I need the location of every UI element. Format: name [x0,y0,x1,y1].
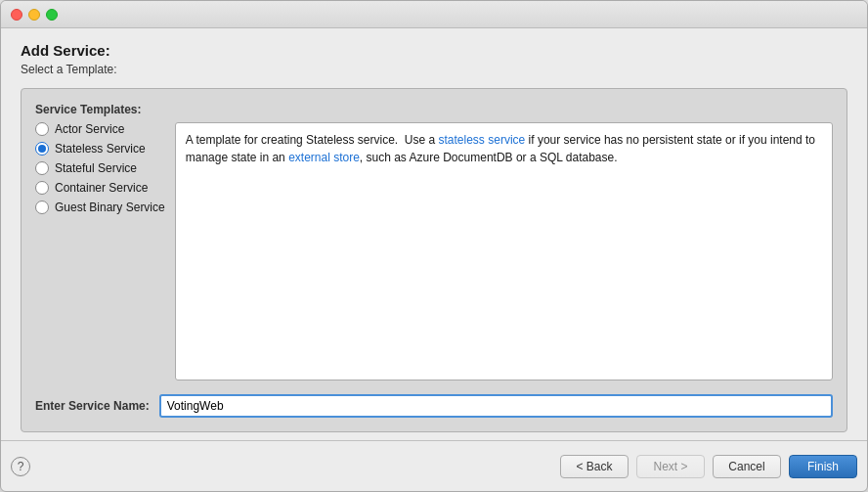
cancel-button-label: Cancel [728,460,764,473]
description-link-external: external store [288,151,360,164]
radio-stateful-label: Stateful Service [55,161,137,175]
footer-left: ? [11,457,30,476]
close-button[interactable] [11,9,22,21]
footer: ? < Back Next > Cancel Finish [1,440,867,491]
service-option-stateless[interactable]: Stateless Service [35,142,165,156]
back-button[interactable]: < Back [560,455,629,478]
service-name-row: Enter Service Name: [35,394,833,418]
page-subtitle: Select a Template: [21,63,847,76]
templates-section: Service Templates: Actor Service Statele… [35,103,833,380]
radio-guest-binary-label: Guest Binary Service [55,201,165,214]
back-button-label: < Back [576,460,612,473]
main-content: Add Service: Select a Template: Service … [1,28,867,432]
description-box: A template for creating Stateless servic… [175,122,833,380]
service-list: Actor Service Stateless Service Stateful… [35,122,175,380]
description-link-stateless: stateless service [439,133,526,147]
radio-container[interactable] [35,181,49,195]
next-button[interactable]: Next > [636,455,705,478]
window: Add Service: Select a Template: Service … [0,0,868,492]
service-option-container[interactable]: Container Service [35,181,165,195]
radio-stateful[interactable] [35,161,49,175]
service-option-stateful[interactable]: Stateful Service [35,161,165,175]
radio-actor[interactable] [35,122,49,136]
titlebar [1,1,867,28]
panel-label: Service Templates: [35,103,833,116]
radio-stateless-label: Stateless Service [55,142,146,156]
radio-stateless[interactable] [35,142,49,156]
next-button-label: Next > [653,460,687,473]
service-name-input[interactable] [159,394,833,418]
templates-row: Actor Service Stateless Service Stateful… [35,122,833,380]
page-title: Add Service: [21,42,847,59]
finish-button-label: Finish [807,460,839,473]
minimize-button[interactable] [28,9,40,21]
help-icon: ? [18,460,24,473]
cancel-button[interactable]: Cancel [713,455,781,478]
footer-right: < Back Next > Cancel Finish [560,455,857,478]
maximize-button[interactable] [46,9,58,21]
service-option-guest-binary[interactable]: Guest Binary Service [35,201,165,214]
service-name-label: Enter Service Name: [35,399,150,413]
finish-button[interactable]: Finish [789,455,857,478]
service-option-actor[interactable]: Actor Service [35,122,165,136]
radio-guest-binary[interactable] [35,201,49,214]
radio-actor-label: Actor Service [55,122,124,136]
service-templates-panel: Service Templates: Actor Service Statele… [21,88,847,432]
help-button[interactable]: ? [11,457,30,476]
radio-container-label: Container Service [55,181,148,195]
